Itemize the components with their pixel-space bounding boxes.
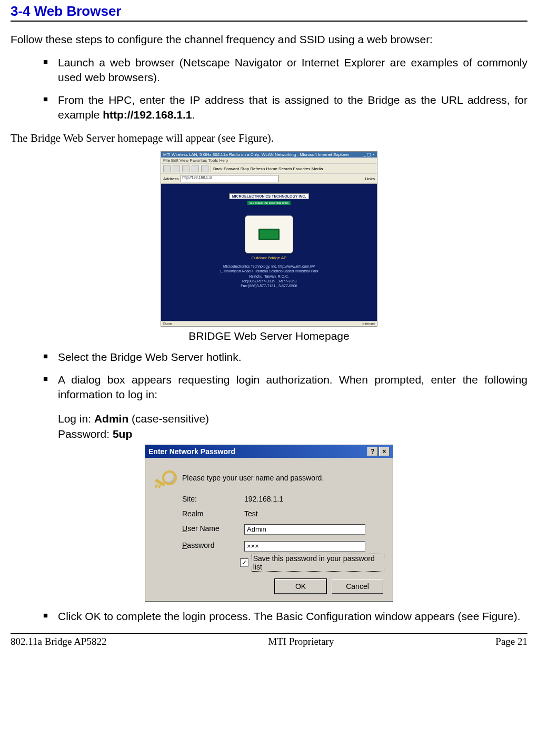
text: (case-sensitive) xyxy=(128,413,209,425)
username-label: User Name xyxy=(182,524,240,535)
tagline: We make the essential links xyxy=(247,201,291,205)
ok-button[interactable]: OK xyxy=(275,579,326,594)
back-icon[interactable] xyxy=(163,165,171,172)
refresh-icon[interactable] xyxy=(192,165,199,172)
login-credentials: Log in: Admin (case-sensitive) Password:… xyxy=(11,411,527,441)
url-bold: http://192.168.1.1 xyxy=(103,109,192,121)
key-icon xyxy=(154,467,175,488)
password-input[interactable]: ××× xyxy=(244,541,365,552)
toolbar-text: Back Forward Stop Refresh Home Search Fa… xyxy=(213,166,323,171)
text: Log in: xyxy=(58,413,94,425)
password-label: Password xyxy=(182,541,240,552)
close-button[interactable]: × xyxy=(379,447,390,456)
browser-toolbar: Back Forward Stop Refresh Home Search Fa… xyxy=(161,163,377,174)
bullet-list-2: Select the Bridge Web Server hotlink. A … xyxy=(11,350,527,402)
browser-statusbar: Done Internet xyxy=(161,321,377,326)
bullet-select-hotlink: Select the Bridge Web Server hotlink. xyxy=(43,350,527,365)
password-dialog: Enter Network Password ? × Please type y… xyxy=(145,445,393,602)
status-right: Internet xyxy=(362,322,375,326)
info-line: 1, Innovation Road II Hsinchu Science-Ba… xyxy=(182,269,356,273)
bullet-enter-ip: From the HPC, enter the IP address that … xyxy=(43,93,527,123)
bullet-launch-browser: Launch a web browser (Netscape Navigator… xyxy=(43,55,527,85)
bridge-hotlink[interactable]: Outdoor Bridge AP xyxy=(161,256,377,260)
info-line: Tel:(886)3-577-3335 , 3-577-3368 xyxy=(182,279,356,283)
dialog-body: Please type your user name and password.… xyxy=(145,458,393,601)
realm-value: Test xyxy=(244,509,384,518)
figure-caption-1: BRIDGE Web Server Homepage xyxy=(11,330,527,342)
browser-content: MICROELECTRONICS TECHNOLOGY INC. We make… xyxy=(161,184,377,321)
company-logo: MICROELECTRONICS TECHNOLOGY INC. xyxy=(230,193,309,199)
username-input[interactable]: Admin xyxy=(244,524,365,535)
separator-icon xyxy=(211,165,211,172)
realm-label: Realm xyxy=(182,509,240,518)
address-input[interactable]: http://192.168.1.1/ xyxy=(181,175,278,182)
stop-icon[interactable] xyxy=(182,165,190,172)
footer-center: MTI Proprietary xyxy=(268,636,334,647)
homepage-note: The Bridge Web Server homepage will appe… xyxy=(11,132,527,145)
footer-left: 802.11a Bridge AP5822 xyxy=(11,636,106,647)
status-left: Done xyxy=(163,322,172,326)
forward-icon[interactable] xyxy=(173,165,180,172)
product-image xyxy=(245,215,293,253)
info-line: Fax:(886)3-577-7121 , 3-577-0506 xyxy=(182,283,356,288)
login-line: Log in: Admin (case-sensitive) xyxy=(58,411,527,426)
save-password-checkbox[interactable]: ✓ xyxy=(240,558,248,567)
dialog-title: Enter Network Password xyxy=(148,447,235,456)
site-value: 192.168.1.1 xyxy=(244,495,384,503)
browser-screenshot: MTI Wireless LAN, 5 GHz 802.11a Radio on… xyxy=(161,151,377,327)
info-line: Microelectronics Technology, Inc. http:/… xyxy=(182,264,356,269)
site-label: Site: xyxy=(182,495,240,503)
bullet-list-3: Click OK to complete the login process. … xyxy=(11,609,527,624)
links-label: Links xyxy=(365,176,375,181)
login-pass-bold: 5up xyxy=(113,428,132,440)
bullet-login-prompt: A dialog box appears requesting login au… xyxy=(43,372,527,402)
browser-menubar: File Edit View Favorites Tools Help xyxy=(161,158,377,163)
password-line: Password: 5up xyxy=(58,427,527,441)
page-footer: 802.11a Bridge AP5822 MTI Proprietary Pa… xyxy=(11,633,527,647)
text: Password: xyxy=(58,428,113,440)
home-icon[interactable] xyxy=(201,165,208,172)
section-title: 3-4 Web Browser xyxy=(11,3,527,22)
login-user-bold: Admin xyxy=(94,413,128,425)
bullet-click-ok: Click OK to complete the login process. … xyxy=(43,609,527,624)
browser-titlebar: MTI Wireless LAN, 5 GHz 802.11a Radio on… xyxy=(161,152,377,158)
info-line: Hsinchu, Taiwan, R.O.C. xyxy=(182,274,356,279)
company-info: Microelectronics Technology, Inc. http:/… xyxy=(161,264,377,288)
browser-addressbar: Address http://192.168.1.1/ Links xyxy=(161,174,377,184)
cancel-button[interactable]: Cancel xyxy=(332,579,383,594)
browser-title: MTI Wireless LAN, 5 GHz 802.11a Radio on… xyxy=(163,152,349,157)
bullet-list-1: Launch a web browser (Netscape Navigator… xyxy=(11,55,527,122)
dialog-prompt: Please type your user name and password. xyxy=(182,474,324,482)
save-password-label: Save this password in your password list xyxy=(252,554,384,572)
window-controls-icon: _ ▢ × xyxy=(363,152,375,157)
help-button[interactable]: ? xyxy=(367,447,378,456)
address-label: Address xyxy=(163,176,178,181)
intro-text: Follow these steps to configure the chan… xyxy=(11,33,527,46)
footer-right: Page 21 xyxy=(495,636,527,647)
dialog-titlebar: Enter Network Password ? × xyxy=(145,445,393,458)
text: . xyxy=(192,109,195,121)
